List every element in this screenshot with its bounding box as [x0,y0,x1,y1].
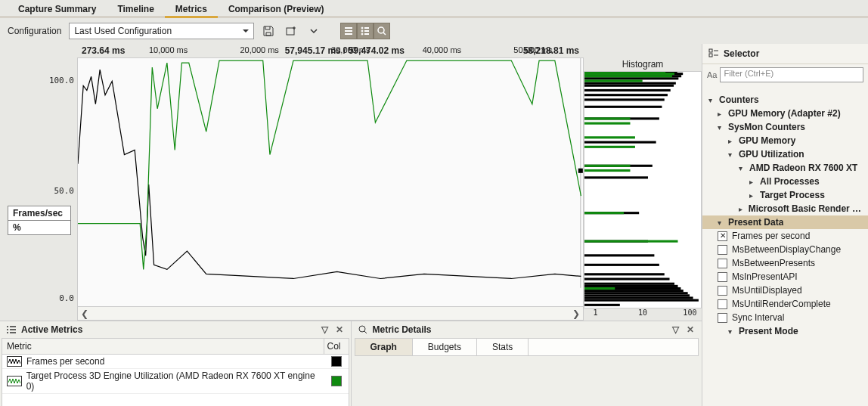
tree-gpu-mem-adapter[interactable]: ▸GPU Memory (Adapter #2) [702,107,868,120]
svg-rect-45 [584,79,643,82]
tree-amd-radeon[interactable]: ▾AMD Radeon RX 7600 XT [702,161,868,175]
svg-rect-46 [584,75,672,77]
histo-tick: 1 [594,308,598,317]
histo-tick: 100 [683,308,696,317]
color-swatch[interactable] [331,376,342,386]
svg-point-3 [361,33,363,35]
histogram-chart[interactable] [584,71,702,308]
metric-row[interactable]: Target Process 3D Engine Utilization (AM… [2,369,349,394]
tab-comparison[interactable]: Comparison (Preview) [218,1,335,18]
svg-rect-36 [584,287,615,290]
svg-rect-32 [584,77,678,79]
search-icon[interactable] [374,23,390,39]
svg-rect-22 [584,176,648,178]
tab-capture-summary[interactable]: Capture Summary [8,1,107,18]
check-msinpresentapi[interactable]: MsInPresentAPI [702,270,868,284]
svg-rect-7 [584,304,620,306]
check-fps[interactable]: ✕Frames per second [702,229,868,243]
filter-input[interactable]: Filter (Ctrl+E) [720,67,863,82]
pane-close-icon[interactable]: ✕ [685,324,696,335]
svg-rect-50 [709,49,712,52]
checkbox-icon[interactable] [718,272,727,282]
scroll-right-icon[interactable]: ❯ [571,308,581,319]
histogram-title: Histogram [584,57,702,71]
tree-present-mode[interactable]: ▾Present Mode [702,324,868,338]
selector-tree: ▾Counters ▸GPU Memory (Adapter #2) ▾SysM… [702,85,868,406]
pane-dropdown-icon[interactable]: ▽ [320,324,330,335]
config-bar: Configuration Last Used Configuration [0,18,868,44]
metric-details-tabs: Graph Budgets Stats [355,338,699,356]
tab-metrics[interactable]: Metrics [165,1,218,18]
detail-tab-budgets[interactable]: Budgets [413,339,477,355]
svg-rect-14 [584,285,678,287]
svg-rect-48 [584,72,665,73]
histogram-x-axis: 1 10 100 [584,308,702,321]
svg-rect-31 [584,82,676,85]
svg-point-2 [361,30,363,32]
new-capture-icon[interactable] [283,23,299,39]
svg-rect-43 [584,122,630,125]
cursor-selection: 57,945.17 ms / 59,474.02 ms [285,45,405,56]
cursor-start: 273.64 ms [82,45,125,56]
tree-sysmon[interactable]: ▾SysMon Counters [702,120,868,134]
pane-close-icon[interactable]: ✕ [334,324,345,335]
active-metrics-title: Active Metrics [21,324,82,335]
check-msuntildisplayed[interactable]: MsUntilDisplayed [702,284,868,297]
tree-all-processes[interactable]: ▸All Processes [702,175,868,188]
config-select-value: Last Used Configuration [74,26,172,36]
svg-rect-9 [584,296,693,299]
view-list1-icon[interactable] [340,23,357,39]
svg-rect-8 [584,299,699,302]
y-axis-unit: % [8,221,70,234]
tree-present-data[interactable]: ▾Present Data [702,215,868,229]
cursor-labels: 273.64 ms 57,945.17 ms / 59,474.02 ms 58… [77,45,584,57]
chart-scrollbar[interactable]: ❮ ❯ [77,307,584,321]
active-metrics-pane: Active Metrics ▽ ✕ Metric Col Frames per… [0,321,352,406]
histo-tick: 10 [638,308,647,317]
view-list2-icon[interactable] [357,23,374,39]
check-msbetweenpresents[interactable]: MsBetweenPresents [702,256,868,270]
checkbox-icon[interactable]: ✕ [718,231,727,241]
col-metric[interactable]: Metric [2,339,324,354]
config-select[interactable]: Last Used Configuration [69,23,254,39]
svg-rect-30 [584,85,674,87]
check-msuntilrendercomplete[interactable]: MsUntilRenderComplete [702,297,868,311]
checkbox-icon[interactable] [718,259,727,268]
tree-ms-basic-render[interactable]: ▸Microsoft Basic Render Driver [702,202,868,215]
tree-gpu-memory[interactable]: ▸GPU Memory [702,134,868,147]
checkbox-icon[interactable] [718,313,727,323]
metric-row[interactable]: Frames per second [2,355,349,369]
y-tick: 0.0 [59,293,74,303]
check-syncinterval[interactable]: Sync Interval [702,311,868,324]
svg-rect-39 [584,169,630,172]
svg-rect-47 [584,73,674,75]
checkbox-icon[interactable] [718,286,727,296]
color-swatch[interactable] [331,356,342,367]
svg-rect-41 [584,146,635,148]
checkbox-icon[interactable] [718,299,727,309]
detail-tab-stats[interactable]: Stats [477,339,529,355]
svg-rect-15 [584,283,674,285]
main-chart[interactable] [77,57,584,307]
tree-counters[interactable]: ▾Counters [702,93,868,107]
scroll-left-icon[interactable]: ❮ [79,308,90,319]
svg-rect-51 [709,54,712,57]
tree-target-process[interactable]: ▸Target Process [702,188,868,202]
check-msbetweendisplay[interactable]: MsBetweenDisplayChange [702,243,868,256]
svg-rect-0 [287,28,294,35]
text-case-icon[interactable]: Aa [707,70,717,79]
svg-point-49 [359,326,365,332]
col-color[interactable]: Col [324,339,349,354]
list-icon [6,325,17,334]
magnify-icon [358,324,368,335]
tab-timeline[interactable]: Timeline [107,1,164,18]
pane-dropdown-icon[interactable]: ▽ [671,324,680,335]
detail-tab-graph[interactable]: Graph [355,339,413,355]
checkbox-icon[interactable] [718,245,727,255]
selector-title: Selector [724,48,759,59]
view-mode-buttons [340,23,390,39]
tree-gpu-utilization[interactable]: ▾GPU Utilization [702,147,868,161]
save-icon[interactable] [260,23,277,39]
y-axis-label-box: Frames/sec % [8,206,71,235]
dropdown-icon[interactable] [305,23,322,39]
